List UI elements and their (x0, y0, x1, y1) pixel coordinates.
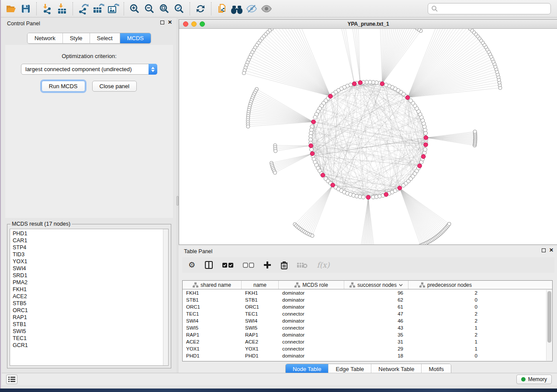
delete-column-icon[interactable] (280, 261, 288, 269)
column-header-label: successor nodes (357, 282, 397, 288)
float-panel-icon[interactable] (160, 21, 164, 24)
save-session-button[interactable] (18, 2, 33, 16)
mcds-node-item[interactable]: STB1 (13, 321, 168, 328)
network-window-titlebar[interactable]: YPA_prune.txt_1 (179, 20, 557, 29)
add-column-icon[interactable] (263, 261, 271, 269)
table-cell: 2 (408, 289, 483, 296)
tab-mcds[interactable]: MCDS (120, 33, 151, 43)
column-header-MCDS-role[interactable]: MCDS role (279, 281, 344, 289)
task-history-button[interactable] (6, 375, 17, 384)
main-toolbar (1, 0, 557, 17)
mcds-list-scrollbar[interactable] (163, 229, 168, 365)
table-cell: 1 (408, 324, 483, 331)
copy-network-button[interactable] (214, 2, 229, 16)
import-table-button[interactable] (55, 2, 69, 16)
mcds-tab-content: Optimization criterion: largest connecte… (5, 45, 173, 218)
first-neighbors-button[interactable] (229, 2, 244, 16)
network-window: YPA_prune.txt_1 (179, 19, 557, 245)
table-row[interactable]: YOX1YOX1connector291 (183, 345, 552, 352)
table-row[interactable]: PHD1PHD1dominator180 (183, 352, 552, 359)
table-row[interactable]: FKH1FKH1dominator962 (183, 289, 552, 296)
refresh-layout-button[interactable] (193, 2, 208, 16)
table-row[interactable]: SWI4SWI4dominator462 (183, 317, 552, 324)
table-cell: 43 (344, 324, 408, 331)
export-image-button[interactable] (106, 2, 121, 16)
table-scrollbar-thumb[interactable] (547, 291, 551, 343)
mcds-node-item[interactable]: TEC1 (13, 335, 168, 342)
table-cell: ACE2 (242, 338, 279, 345)
minimize-window-icon[interactable] (191, 21, 197, 27)
table-row[interactable]: SWI5SWI5connector431 (183, 324, 552, 331)
tab-network[interactable]: Network (28, 33, 62, 43)
memory-button[interactable]: Memory (516, 375, 552, 384)
export-table-button[interactable] (91, 2, 106, 16)
tab-select[interactable]: Select (90, 33, 120, 43)
import-network-button[interactable] (40, 2, 55, 16)
float-table-panel-icon[interactable] (542, 248, 546, 252)
mcds-node-item[interactable]: SWI4 (13, 265, 168, 272)
table-settings-icon[interactable]: ⚙ (188, 261, 195, 269)
column-header-predecessor-nodes[interactable]: predecessor nodes (408, 281, 483, 289)
table-row[interactable]: TEC1TEC1connector472 (183, 310, 552, 317)
open-file-icon (5, 3, 17, 14)
mcds-node-item[interactable]: STB5 (13, 300, 168, 307)
open-file-button[interactable] (3, 2, 18, 16)
zoom-out-button[interactable] (142, 2, 157, 16)
network-canvas[interactable] (179, 29, 557, 244)
mcds-node-item[interactable]: TID3 (13, 251, 168, 258)
column-header-successor-nodes[interactable]: successor nodes (344, 281, 408, 289)
close-panel-button[interactable]: Close panel (92, 81, 137, 92)
close-panel-icon[interactable]: ✕ (168, 21, 172, 24)
mcds-node-item[interactable]: YOX1 (13, 258, 168, 265)
table-row[interactable]: ORC1ORC1dominator610 (183, 303, 552, 310)
zoom-in-button[interactable] (127, 2, 142, 16)
maximize-window-icon[interactable] (200, 21, 205, 27)
mcds-node-item[interactable]: PHD1 (13, 230, 168, 237)
mcds-result-group: MCDS result (17 nodes) PHD1CAR1STP4TID3Y… (7, 221, 171, 368)
table-row[interactable]: RAP1RAP1dominator352 (183, 331, 552, 338)
table-scrollbar[interactable] (546, 290, 552, 361)
toolbar-separator (73, 2, 73, 15)
memory-status-icon (521, 377, 526, 382)
search-input[interactable] (438, 6, 550, 12)
zoom-in-icon (129, 3, 140, 14)
export-network-button[interactable] (76, 2, 91, 16)
zoom-fit-button[interactable] (157, 2, 172, 16)
mcds-node-item[interactable]: FKH1 (13, 286, 168, 293)
column-layout-icon[interactable] (204, 261, 213, 269)
sort-desc-icon (399, 284, 403, 286)
mcds-node-item[interactable]: CAR1 (13, 237, 168, 244)
close-window-icon[interactable] (183, 21, 188, 27)
select-all-columns-icon[interactable] (222, 262, 234, 268)
mcds-node-item[interactable]: STP4 (13, 244, 168, 251)
column-header-shared-name[interactable]: shared name (183, 281, 242, 289)
table-cell: connector (279, 310, 344, 317)
mcds-node-item[interactable]: SRD1 (13, 272, 168, 279)
tab-style[interactable]: Style (62, 33, 90, 43)
column-header-name[interactable]: name (242, 281, 279, 289)
run-mcds-button[interactable]: Run MCDS (42, 81, 85, 92)
application-window: Control Panel ✕ NetworkStyleSelectMCDS O… (0, 0, 557, 389)
table-cell: ACE2 (183, 338, 242, 345)
show-all-button[interactable] (259, 2, 274, 16)
mcds-node-item[interactable]: RAP1 (13, 314, 168, 321)
zoom-selected-button[interactable] (172, 2, 187, 16)
criterion-select[interactable]: largest connected component (undirected) (21, 64, 157, 75)
unselect-all-columns-icon[interactable] (243, 262, 254, 268)
refresh-layout-icon (195, 3, 206, 14)
delete-table-icon (297, 262, 308, 268)
mcds-node-item[interactable]: ACE2 (13, 293, 168, 300)
close-table-panel-icon[interactable]: ✕ (549, 248, 554, 252)
table-panel-title: Table Panel (184, 248, 212, 254)
table-cell: 2 (408, 317, 483, 324)
table-cell: dominator (279, 289, 344, 296)
table-row[interactable]: STB1STB1dominator620 (183, 296, 552, 303)
hide-selected-button[interactable] (244, 2, 259, 16)
mcds-node-item[interactable]: GCR1 (13, 342, 168, 349)
mcds-node-item[interactable]: SWI5 (13, 328, 168, 335)
mcds-node-item[interactable]: ORC1 (13, 307, 168, 314)
table-row[interactable]: ACE2ACE2connector311 (183, 338, 552, 345)
mcds-node-item[interactable]: PMA2 (13, 279, 168, 286)
table-cell: 1 (408, 338, 483, 345)
mcds-result-list[interactable]: PHD1CAR1STP4TID3YOX1SWI4SRD1PMA2FKH1ACE2… (10, 229, 169, 366)
